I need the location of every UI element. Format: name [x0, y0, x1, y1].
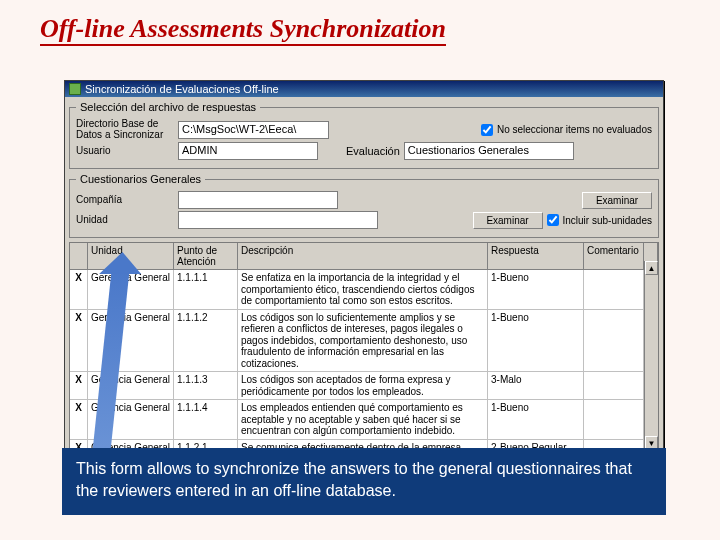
no-eval-check-label: No seleccionar items no evaluados	[497, 124, 652, 135]
cell-punto: 1.1.1.2	[174, 310, 238, 372]
cell-desc: Los códigos son lo suficientemente ampli…	[238, 310, 488, 372]
app-icon	[69, 83, 81, 95]
user-input[interactable]: ADMIN	[178, 142, 318, 160]
table-row[interactable]: XGerencia General1.1.1.3Los códigos son …	[70, 372, 658, 400]
company-label: Compañía	[76, 195, 174, 206]
cell-mark[interactable]: X	[70, 400, 88, 439]
dir-label: Directorio Base de Datos a Sincronizar	[76, 119, 174, 140]
cell-desc: Los códigos son aceptados de forma expre…	[238, 372, 488, 399]
no-eval-check-input[interactable]	[481, 124, 493, 136]
cell-punto: 1.1.1.3	[174, 372, 238, 399]
cell-com	[584, 372, 644, 399]
subunits-checkbox[interactable]: Incluir sub-unidades	[547, 214, 653, 226]
cell-mark[interactable]: X	[70, 310, 88, 372]
cell-unidad: Gerencia General	[88, 270, 174, 309]
cell-mark[interactable]: X	[70, 270, 88, 309]
no-eval-checkbox[interactable]: No seleccionar items no evaluados	[481, 124, 652, 136]
scroll-up-icon[interactable]: ▲	[645, 261, 658, 275]
user-label: Usuario	[76, 146, 174, 157]
cell-resp: 3-Malo	[488, 372, 584, 399]
subunits-check-input[interactable]	[547, 214, 559, 226]
org-legend: Cuestionarios Generales	[76, 173, 205, 185]
cell-resp: 1-Bueno	[488, 270, 584, 309]
file-selection-group: Selección del archivo de respuestas Dire…	[69, 101, 659, 169]
cell-punto: 1.1.1.4	[174, 400, 238, 439]
cell-desc: Los empleados entienden qué comportamien…	[238, 400, 488, 439]
file-selection-legend: Selección del archivo de respuestas	[76, 101, 260, 113]
table-row[interactable]: XGerencia General1.1.1.1Se enfatiza en l…	[70, 270, 658, 310]
col-desc[interactable]: Descripción	[238, 243, 488, 269]
cell-desc: Se enfatiza en la importancia de la inte…	[238, 270, 488, 309]
window-title: Sincronización de Evaluaciones Off-line	[85, 83, 279, 95]
cell-com	[584, 310, 644, 372]
col-mark[interactable]	[70, 243, 88, 269]
grid-scrollbar[interactable]: ▲ ▼	[644, 261, 658, 450]
subunits-check-label: Incluir sub-unidades	[563, 215, 653, 226]
cell-punto: 1.1.1.1	[174, 270, 238, 309]
app-window: Sincronización de Evaluaciones Off-line …	[64, 80, 664, 506]
grid-body[interactable]: XGerencia General1.1.1.1Se enfatiza en l…	[70, 270, 658, 450]
col-resp[interactable]: Respuesta	[488, 243, 584, 269]
dir-input[interactable]: C:\MsgSoc\WT-2\Eeca\	[178, 121, 329, 139]
results-grid[interactable]: Unidad Punto de Atención Descripción Res…	[69, 242, 659, 451]
cell-com	[584, 400, 644, 439]
cell-mark[interactable]: X	[70, 372, 88, 399]
caption-box: This form allows to synchronize the answ…	[62, 448, 666, 515]
org-group: Cuestionarios Generales Compañía Examina…	[69, 173, 659, 238]
page-title: Off-line Assessments Synchronization	[0, 0, 720, 44]
col-com[interactable]: Comentario	[584, 243, 644, 269]
unit-label: Unidad	[76, 215, 174, 226]
eval-input[interactable]: Cuestionarios Generales	[404, 142, 574, 160]
table-row[interactable]: XGerencia General1.1.1.2Los códigos son …	[70, 310, 658, 373]
cell-resp: 1-Bueno	[488, 310, 584, 372]
cell-com	[584, 270, 644, 309]
unit-input[interactable]	[178, 211, 378, 229]
examinar-company-button[interactable]: Examinar	[582, 192, 652, 209]
grid-header: Unidad Punto de Atención Descripción Res…	[70, 243, 658, 270]
company-input[interactable]	[178, 191, 338, 209]
col-punto[interactable]: Punto de Atención	[174, 243, 238, 269]
cell-resp: 1-Bueno	[488, 400, 584, 439]
eval-label: Evaluación	[346, 145, 400, 157]
table-row[interactable]: XGerencia General1.1.1.4Los empleados en…	[70, 400, 658, 440]
window-titlebar[interactable]: Sincronización de Evaluaciones Off-line	[65, 81, 663, 97]
examinar-unit-button[interactable]: Examinar	[473, 212, 543, 229]
